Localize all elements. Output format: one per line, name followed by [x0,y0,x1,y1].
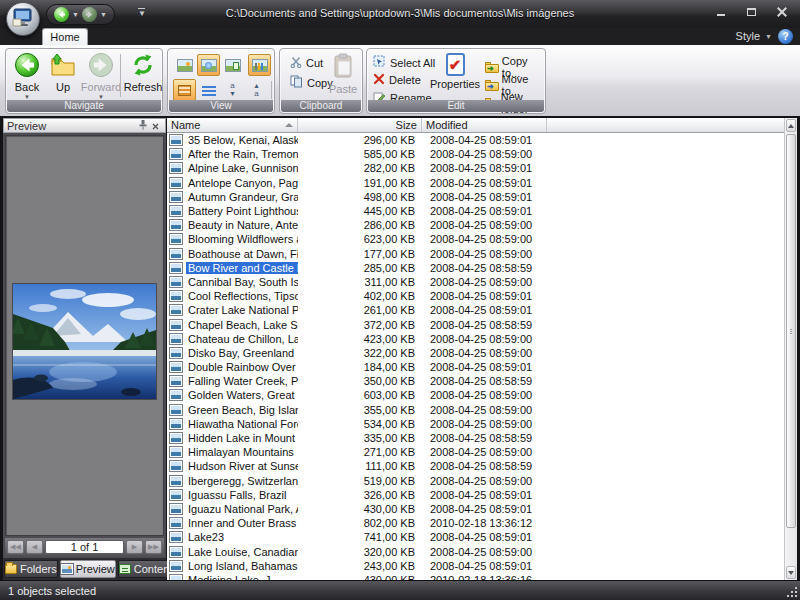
file-size: 243,00 KB [298,560,422,572]
file-row[interactable]: Inner and Outer Brass I... 802,00 KB 201… [167,516,784,530]
refresh-button[interactable]: Refresh [124,52,162,102]
sort-descending-button[interactable]: ▴a [245,79,268,101]
file-row[interactable]: Battery Point Lighthous... 445,00 KB 200… [167,204,784,218]
status-text: 1 objects selected [8,585,96,597]
file-row[interactable]: Medicine Lake, J... 430,00 KB 2010-02-18… [167,573,784,580]
file-row[interactable]: 35 Below, Kenai, Alaska 296,00 KB 2008-0… [167,133,784,147]
forward-dropdown-icon[interactable]: ▼ [100,11,107,18]
file-name: Green Beach, Big Island... [186,404,298,416]
file-row[interactable]: Lake23 741,00 KB 2008-04-25 08:59:01 [167,530,784,544]
file-modified: 2008-04-25 08:59:00 [422,148,532,160]
style-button[interactable]: Style ▼ [736,30,772,42]
file-row[interactable]: Hidden Lake in Mount R... 335,00 KB 2008… [167,431,784,445]
forward-button[interactable]: Forward ▼ [82,52,120,102]
file-row[interactable]: Iguazu National Park, A... 430,00 KB 200… [167,502,784,516]
up-button[interactable]: Up [46,52,80,102]
file-row[interactable]: Himalayan Mountains 271,00 KB 2008-04-25… [167,445,784,459]
file-row[interactable]: Golden Waters, Great S... 603,00 KB 2008… [167,388,784,402]
sort-ascending-button[interactable]: a▾ [221,79,244,101]
view-list-button[interactable] [197,79,220,101]
file-size: 741,00 KB [298,531,422,543]
previous-item-button[interactable]: ◀ [26,540,43,554]
cut-icon [290,56,302,70]
preview-image[interactable] [13,284,156,399]
close-button[interactable] [770,5,792,18]
cut-label: Cut [306,57,323,69]
file-row[interactable]: Antelope Canyon, Page... 191,00 KB 2008-… [167,176,784,190]
back-icon[interactable] [54,7,69,22]
scrollbar-thumb[interactable] [786,134,796,528]
sort-descending-icon: ▴a [254,82,258,98]
delete-button[interactable]: Delete [373,73,421,87]
first-item-button[interactable]: ◀◀ [7,540,24,554]
image-file-icon [170,419,182,429]
cut-button[interactable]: Cut [290,56,323,70]
column-header-modified[interactable]: Modified [422,118,547,132]
paste-button[interactable]: Paste [326,53,360,101]
file-row[interactable]: Alpine Lake, Gunnison ... 282,00 KB 2008… [167,161,784,175]
view-filmstrip-button[interactable] [221,54,244,76]
file-row[interactable]: Chateau de Chillon, Lak... 423,00 KB 200… [167,332,784,346]
column-header-size[interactable]: Size [298,118,422,132]
file-row[interactable]: Disko Bay, Greenland 322,00 KB 2008-04-2… [167,346,784,360]
file-name: Alpine Lake, Gunnison ... [186,162,298,174]
file-row[interactable]: After the Rain, Tremon... 585,00 KB 2008… [167,147,784,161]
tab-content[interactable]: Content [118,560,174,578]
tab-home[interactable]: Home [42,28,88,45]
file-row[interactable]: Ibergeregg, Switzerland 519,00 KB 2008-0… [167,474,784,488]
file-row[interactable]: Long Island, Bahamas 243,00 KB 2008-04-2… [167,559,784,573]
file-row[interactable]: Green Beach, Big Island... 355,00 KB 200… [167,403,784,417]
tab-preview[interactable]: Preview [60,560,116,578]
pin-panel-button[interactable] [136,120,149,132]
image-file-icon [170,206,182,216]
file-row[interactable]: Cool Reflections, Tipso... 402,00 KB 200… [167,289,784,303]
window-title: C:\Documents and Settings\uptodown-3\Mis… [120,7,680,19]
app-menu-button[interactable] [6,2,40,36]
help-button[interactable]: ? [778,29,793,44]
file-row[interactable]: Iguassu Falls, Brazil 326,00 KB 2008-04-… [167,488,784,502]
file-row[interactable]: Beauty in Nature, Antel... 286,00 KB 200… [167,218,784,232]
file-row[interactable]: Hiawatha National Fore... 534,00 KB 2008… [167,417,784,431]
scroll-down-button[interactable] [786,566,796,579]
file-row[interactable]: Crater Lake National Pa... 261,00 KB 200… [167,303,784,317]
file-row[interactable]: Hudson River at Sunset... 111,00 KB 2008… [167,459,784,473]
back-button[interactable]: Back ▼ [8,52,46,102]
resize-grip[interactable] [786,586,798,598]
column-header-name[interactable]: Name [167,118,298,132]
file-size: 498,00 KB [298,191,422,203]
close-panel-button[interactable] [149,120,162,132]
properties-button[interactable]: ✔ Properties [429,53,481,103]
select-all-button[interactable]: Select All [373,55,435,70]
properties-label: Properties [430,78,480,90]
file-row[interactable]: Chapel Beach, Lake Su... 372,00 KB 2008-… [167,317,784,331]
file-modified: 2008-04-25 08:59:00 [422,546,532,558]
sort-ascending-icon: a▾ [230,82,234,98]
tab-folders[interactable]: Folders [4,560,58,578]
file-row[interactable]: Cannibal Bay, South Isl... 311,00 KB 200… [167,275,784,289]
back-label: Back [15,81,39,93]
file-row[interactable]: Blooming Wildflowers a... 623,00 KB 2008… [167,232,784,246]
details-grid-icon [178,85,191,96]
view-details-button[interactable] [173,79,196,101]
file-row[interactable]: Boathouse at Dawn, Fiji 177,00 KB 2008-0… [167,247,784,261]
file-row[interactable]: Bow River and Castle M... 285,00 KB 2008… [167,261,784,275]
next-item-button[interactable]: ▶ [126,540,143,554]
file-row[interactable]: Autumn Grandeur, Gra... 498,00 KB 2008-0… [167,190,784,204]
back-dropdown-icon[interactable]: ▼ [72,11,79,18]
file-modified: 2008-04-25 08:59:00 [422,333,532,345]
view-thumbnails-button[interactable] [173,54,196,76]
forward-icon[interactable] [82,7,97,22]
file-row[interactable]: Double Rainbow Over K... 184,00 KB 2008-… [167,360,784,374]
scroll-up-button[interactable] [786,119,796,132]
file-row[interactable]: Lake Louise, Canadian ... 320,00 KB 2008… [167,544,784,558]
file-size: 802,00 KB [298,517,422,529]
group-navigate-label: Navigate [7,100,161,112]
last-item-button[interactable]: ▶▶ [145,540,162,554]
view-slideshow-button[interactable] [248,54,271,76]
file-modified: 2008-04-25 08:59:01 [422,290,532,302]
view-preview-button[interactable] [197,54,220,76]
maximize-button[interactable] [740,5,762,18]
vertical-scrollbar[interactable] [784,118,797,580]
file-row[interactable]: Falling Water Creek, Po... 350,00 KB 200… [167,374,784,388]
minimize-button[interactable] [710,5,732,18]
